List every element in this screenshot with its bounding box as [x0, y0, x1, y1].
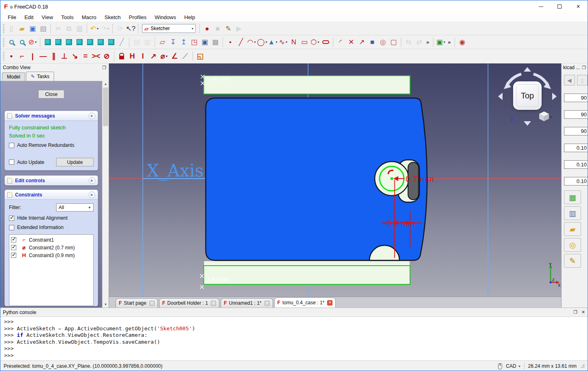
leave-sketch-icon[interactable]: ↧ — [168, 37, 178, 48]
external-geometry-icon[interactable]: ■ — [367, 37, 378, 48]
tab-close-icon[interactable]: ✕ — [264, 301, 270, 306]
sketch-tools-overflow-icon[interactable]: » — [424, 37, 431, 48]
constraint-parallel-icon[interactable]: ∥ — [48, 51, 59, 61]
constraint-distance-icon[interactable]: ↗ — [148, 51, 159, 61]
new-document-icon[interactable]: ▯ — [6, 23, 17, 34]
view-isometric-icon[interactable] — [42, 37, 53, 48]
dropdown-arrow-icon[interactable]: ▾ — [107, 27, 109, 31]
kicad-spinbox[interactable]: 0.10 — [564, 177, 588, 186]
dropdown-arrow-icon[interactable]: ▾ — [266, 40, 267, 44]
update-button[interactable]: Update — [56, 158, 94, 166]
paste-icon[interactable]: ▥ — [74, 23, 85, 34]
view-section-icon[interactable]: ◳ — [189, 37, 199, 48]
nav-cube-top-face[interactable]: Top — [513, 81, 542, 110]
constraint-point-on-object-icon[interactable]: ⌐ — [17, 51, 27, 61]
pull-component-button[interactable]: ▥ — [564, 206, 581, 220]
highlighted-face-bottom[interactable] — [204, 266, 410, 284]
constraint-row[interactable]: HConstraint3 (0.9 mm) — [11, 251, 92, 259]
zoom-box-icon[interactable] — [17, 37, 27, 48]
constraint-checkbox[interactable] — [11, 253, 16, 258]
x-axis-label[interactable]: X_Axis — [147, 161, 204, 181]
constraints-header[interactable]: Constraints « — [4, 190, 98, 200]
circle-center-point[interactable] — [391, 177, 393, 180]
create-conic-icon[interactable]: ▲▾ — [267, 37, 278, 48]
kicad-spinbox[interactable]: 0.10 — [564, 160, 588, 169]
distance-dimension-label[interactable]: -0.9 mm — [384, 218, 415, 228]
nav-right-arrow[interactable] — [552, 93, 557, 100]
nav-left-arrow[interactable] — [498, 93, 503, 100]
constraint-horizontal-icon[interactable]: — — [38, 51, 48, 61]
auto-remove-redundants-checkbox[interactable] — [9, 143, 14, 148]
create-circle-icon[interactable]: ◯▾ — [257, 37, 267, 48]
minimize-button[interactable] — [531, 0, 550, 13]
create-point-icon[interactable]: • — [225, 37, 236, 48]
hide-internal-alignment-checkbox[interactable] — [9, 216, 14, 221]
measure-distance-icon[interactable]: ╱ — [116, 37, 127, 48]
top-dimension-label[interactable]: 0.40 mm — [207, 75, 230, 82]
constraint-perpendicular-icon[interactable]: ⊥ — [59, 51, 70, 61]
clone-icon[interactable]: ⇄ — [414, 37, 424, 48]
view-bottom-icon[interactable] — [95, 37, 106, 48]
view-right-icon[interactable] — [74, 37, 85, 48]
menu-tools[interactable]: Tools — [57, 13, 77, 22]
create-sketch-icon[interactable]: ▱ — [157, 37, 168, 48]
maximize-button[interactable] — [550, 0, 569, 13]
constraint-radius-icon[interactable]: ⌀▾ — [159, 51, 169, 61]
close-window-button[interactable]: ✕ — [569, 0, 588, 13]
trim-edge-icon[interactable]: ✕ — [346, 37, 356, 48]
dropdown-arrow-icon[interactable]: ▾ — [97, 27, 98, 31]
scrollbar-thumb[interactable] — [103, 87, 108, 126]
export-board-button[interactable]: ▰ — [564, 222, 581, 236]
auto-update-checkbox[interactable] — [9, 159, 14, 165]
tab-tasks[interactable]: ✎Tasks — [26, 72, 55, 81]
print-icon[interactable]: ▤ — [38, 23, 48, 34]
view-left-icon[interactable] — [106, 37, 116, 48]
radius-dimension-label[interactable]: 0.7 mm — [406, 174, 434, 183]
symmetry-icon[interactable]: ⇆ — [403, 37, 414, 48]
draw-style-icon[interactable]: ⊘▾ — [27, 37, 38, 48]
dropdown-arrow-icon[interactable]: ▾ — [286, 40, 287, 44]
cut-icon[interactable]: ✂ — [53, 23, 63, 34]
view-top-icon[interactable] — [63, 37, 74, 48]
constraint-coincident-icon[interactable]: • — [6, 51, 17, 61]
copy-icon[interactable]: ⧉ — [63, 23, 74, 34]
redo-icon[interactable]: ↷▾ — [100, 23, 110, 34]
edit-controls-header[interactable]: Edit controls « — [4, 175, 98, 186]
create-bspline-icon[interactable]: ∿▾ — [278, 37, 289, 48]
document-tab-unnamed1-1-[interactable]: FUnnamed1 : 1*✕ — [221, 298, 273, 308]
menu-view[interactable]: View — [37, 13, 57, 22]
document-tab-doorbell-holder-1[interactable]: FDoorbell Holder : 1✕ — [159, 298, 219, 308]
menu-windows[interactable]: Windows — [151, 13, 180, 22]
constraint-block-icon[interactable]: ⊘ — [101, 51, 112, 61]
part-folder-icon[interactable]: ▥ — [142, 37, 153, 48]
document-tab-start-page[interactable]: FStart page✕ — [116, 298, 158, 308]
menu-profiles[interactable]: Profiles — [125, 13, 151, 22]
constraint-symmetric-icon[interactable]: >< — [91, 51, 101, 61]
macro-record-icon[interactable]: ● — [202, 23, 212, 34]
menu-sketch[interactable]: Sketch — [101, 13, 125, 22]
toolbar-grip[interactable] — [3, 38, 4, 47]
bspline-overflow-icon[interactable]: » — [446, 37, 452, 48]
constraint-horizontal-distance-icon[interactable]: H — [127, 51, 138, 61]
view-rear-icon[interactable] — [85, 37, 95, 48]
view-front-icon[interactable] — [53, 37, 63, 48]
dropdown-arrow-icon[interactable]: ▾ — [317, 40, 319, 44]
toolbar-grip[interactable] — [3, 52, 4, 61]
resize-grip[interactable] — [580, 364, 584, 368]
view-sketch-icon[interactable]: ↥ — [178, 37, 189, 48]
open-document-icon[interactable]: ▰ — [17, 23, 27, 34]
float-panel-icon[interactable]: ❐ — [573, 310, 577, 315]
dropdown-arrow-icon[interactable]: ▾ — [254, 40, 256, 44]
constraint-filter-dropdown[interactable]: All▼ — [56, 203, 94, 212]
extended-information-checkbox[interactable] — [9, 225, 14, 230]
macro-execute-icon[interactable]: ▶ — [234, 23, 244, 34]
solver-messages-header[interactable]: Solver messages « — [4, 111, 98, 121]
macro-stop-icon[interactable]: ■ — [212, 23, 223, 34]
kicad-spinbox[interactable]: 90 — [564, 110, 588, 119]
dropdown-arrow-icon[interactable]: ▾ — [444, 40, 445, 44]
kicad-spinbox[interactable]: 0.10 — [564, 144, 588, 152]
undo-icon[interactable]: ↶▾ — [89, 23, 100, 34]
save-document-icon[interactable]: ▣ — [27, 23, 38, 34]
constraint-angle-icon[interactable]: ∠ — [169, 51, 180, 61]
create-arc-icon[interactable]: ◠▾ — [246, 37, 257, 48]
